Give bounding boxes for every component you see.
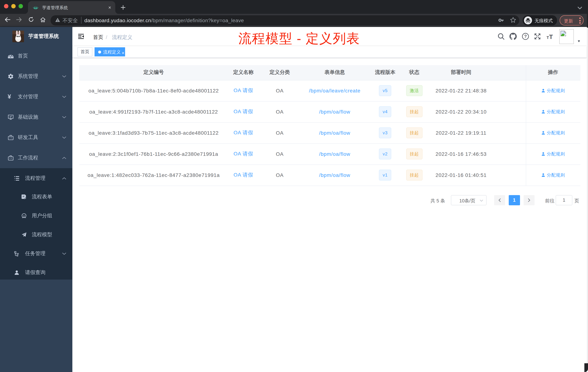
svg-text:T: T [546,35,549,40]
svg-text:T: T [549,33,553,40]
svg-text:?: ? [524,34,527,39]
